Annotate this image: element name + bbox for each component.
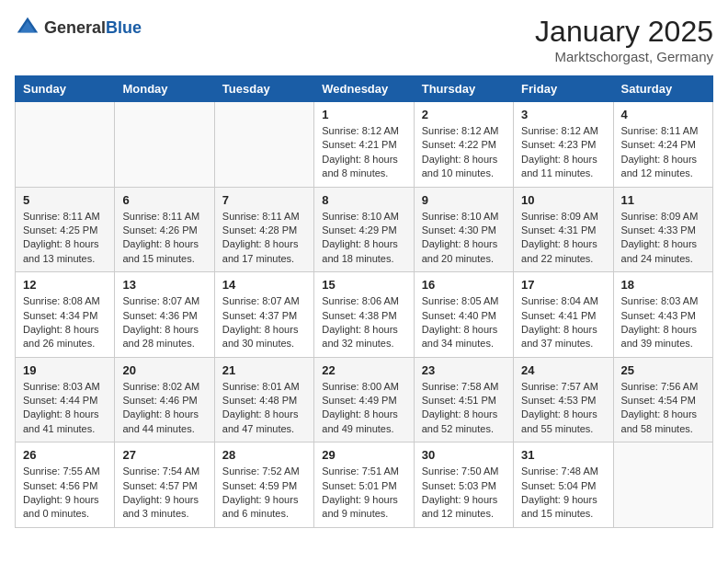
calendar-table: SundayMondayTuesdayWednesdayThursdayFrid… [15, 75, 713, 528]
calendar-day-cell [214, 102, 313, 188]
calendar-day-cell: 25Sunrise: 7:56 AM Sunset: 4:54 PM Dayli… [613, 357, 712, 442]
day-number: 8 [322, 193, 405, 207]
day-number: 1 [322, 108, 405, 121]
day-info: Sunrise: 8:06 AM Sunset: 4:38 PM Dayligh… [322, 294, 405, 351]
day-number: 7 [222, 193, 306, 207]
day-number: 21 [222, 363, 306, 377]
calendar-day-cell: 27Sunrise: 7:54 AM Sunset: 4:57 PM Dayli… [115, 442, 214, 528]
calendar-day-cell: 18Sunrise: 8:03 AM Sunset: 4:43 PM Dayli… [613, 272, 712, 358]
logo: GeneralBlue [15, 15, 142, 40]
day-info: Sunrise: 8:03 AM Sunset: 4:43 PM Dayligh… [621, 294, 705, 351]
day-info: Sunrise: 8:11 AM Sunset: 4:25 PM Dayligh… [23, 210, 107, 267]
calendar-day-cell: 28Sunrise: 7:52 AM Sunset: 4:59 PM Dayli… [214, 442, 313, 528]
day-number: 10 [521, 193, 605, 207]
calendar-day-cell: 17Sunrise: 8:04 AM Sunset: 4:41 PM Dayli… [514, 272, 613, 358]
day-number: 28 [222, 448, 306, 462]
calendar-day-cell: 6Sunrise: 8:11 AM Sunset: 4:26 PM Daylig… [115, 187, 214, 272]
day-info: Sunrise: 8:05 AM Sunset: 4:40 PM Dayligh… [422, 294, 506, 351]
day-info: Sunrise: 8:00 AM Sunset: 4:49 PM Dayligh… [322, 380, 405, 437]
calendar-day-cell: 7Sunrise: 8:11 AM Sunset: 4:28 PM Daylig… [214, 187, 313, 272]
day-number: 2 [422, 108, 506, 121]
calendar-day-cell: 26Sunrise: 7:55 AM Sunset: 4:56 PM Dayli… [16, 442, 115, 528]
day-of-week-header: Thursday [414, 76, 513, 102]
calendar-day-cell: 9Sunrise: 8:10 AM Sunset: 4:30 PM Daylig… [414, 187, 513, 272]
title-block: January 2025 Marktschorgast, Germany [535, 15, 713, 64]
calendar-day-cell: 19Sunrise: 8:03 AM Sunset: 4:44 PM Dayli… [16, 357, 115, 442]
calendar-day-cell: 3Sunrise: 8:12 AM Sunset: 4:23 PM Daylig… [514, 102, 613, 188]
day-info: Sunrise: 8:12 AM Sunset: 4:23 PM Dayligh… [521, 124, 605, 181]
day-info: Sunrise: 7:55 AM Sunset: 4:56 PM Dayligh… [23, 465, 107, 522]
day-info: Sunrise: 8:09 AM Sunset: 4:31 PM Dayligh… [521, 210, 605, 267]
day-number: 17 [521, 278, 605, 292]
day-info: Sunrise: 7:51 AM Sunset: 5:01 PM Dayligh… [322, 465, 405, 522]
calendar-week-row: 12Sunrise: 8:08 AM Sunset: 4:34 PM Dayli… [16, 272, 713, 358]
calendar-day-cell: 30Sunrise: 7:50 AM Sunset: 5:03 PM Dayli… [414, 442, 513, 528]
calendar-day-cell: 23Sunrise: 7:58 AM Sunset: 4:51 PM Dayli… [414, 357, 513, 442]
day-info: Sunrise: 8:11 AM Sunset: 4:26 PM Dayligh… [122, 210, 206, 267]
day-number: 12 [23, 278, 107, 292]
calendar-day-cell: 15Sunrise: 8:06 AM Sunset: 4:38 PM Dayli… [314, 272, 414, 358]
calendar-day-cell: 24Sunrise: 7:57 AM Sunset: 4:53 PM Dayli… [514, 357, 613, 442]
calendar-week-row: 1Sunrise: 8:12 AM Sunset: 4:21 PM Daylig… [16, 102, 713, 188]
day-number: 5 [23, 193, 107, 207]
day-info: Sunrise: 7:54 AM Sunset: 4:57 PM Dayligh… [122, 465, 206, 522]
calendar-day-cell: 31Sunrise: 7:48 AM Sunset: 5:04 PM Dayli… [514, 442, 613, 528]
calendar-day-cell [16, 102, 115, 188]
day-of-week-header: Monday [115, 76, 214, 102]
day-info: Sunrise: 7:56 AM Sunset: 4:54 PM Dayligh… [621, 380, 705, 437]
day-info: Sunrise: 7:50 AM Sunset: 5:03 PM Dayligh… [422, 465, 506, 522]
calendar-day-cell: 12Sunrise: 8:08 AM Sunset: 4:34 PM Dayli… [16, 272, 115, 358]
calendar-header-row: SundayMondayTuesdayWednesdayThursdayFrid… [16, 76, 713, 102]
day-of-week-header: Saturday [613, 76, 712, 102]
day-number: 9 [422, 193, 506, 207]
day-info: Sunrise: 7:58 AM Sunset: 4:51 PM Dayligh… [422, 380, 506, 437]
subtitle: Marktschorgast, Germany [535, 49, 713, 64]
day-info: Sunrise: 8:12 AM Sunset: 4:21 PM Dayligh… [322, 124, 405, 181]
day-of-week-header: Sunday [16, 76, 115, 102]
calendar-day-cell: 29Sunrise: 7:51 AM Sunset: 5:01 PM Dayli… [314, 442, 414, 528]
day-number: 15 [322, 278, 405, 292]
day-number: 20 [122, 363, 206, 377]
calendar-day-cell: 21Sunrise: 8:01 AM Sunset: 4:48 PM Dayli… [214, 357, 313, 442]
day-info: Sunrise: 7:48 AM Sunset: 5:04 PM Dayligh… [521, 465, 605, 522]
calendar-week-row: 26Sunrise: 7:55 AM Sunset: 4:56 PM Dayli… [16, 442, 713, 528]
calendar-day-cell: 14Sunrise: 8:07 AM Sunset: 4:37 PM Dayli… [214, 272, 313, 358]
day-number: 19 [23, 363, 107, 377]
logo-blue-text: Blue [106, 18, 142, 37]
day-of-week-header: Wednesday [314, 76, 414, 102]
day-info: Sunrise: 8:03 AM Sunset: 4:44 PM Dayligh… [23, 380, 107, 437]
day-number: 24 [521, 363, 605, 377]
day-number: 16 [422, 278, 506, 292]
calendar-day-cell: 2Sunrise: 8:12 AM Sunset: 4:22 PM Daylig… [414, 102, 513, 188]
day-info: Sunrise: 8:11 AM Sunset: 4:24 PM Dayligh… [621, 124, 705, 181]
calendar-day-cell: 8Sunrise: 8:10 AM Sunset: 4:29 PM Daylig… [314, 187, 414, 272]
day-number: 3 [521, 108, 605, 121]
day-info: Sunrise: 8:10 AM Sunset: 4:30 PM Dayligh… [422, 210, 506, 267]
calendar-day-cell: 4Sunrise: 8:11 AM Sunset: 4:24 PM Daylig… [613, 102, 712, 188]
day-info: Sunrise: 8:04 AM Sunset: 4:41 PM Dayligh… [521, 294, 605, 351]
day-number: 4 [621, 108, 705, 121]
calendar-day-cell: 13Sunrise: 8:07 AM Sunset: 4:36 PM Dayli… [115, 272, 214, 358]
calendar-day-cell [613, 442, 712, 528]
day-info: Sunrise: 8:11 AM Sunset: 4:28 PM Dayligh… [222, 210, 306, 267]
calendar-day-cell: 16Sunrise: 8:05 AM Sunset: 4:40 PM Dayli… [414, 272, 513, 358]
day-info: Sunrise: 8:07 AM Sunset: 4:36 PM Dayligh… [122, 294, 206, 351]
calendar-day-cell [115, 102, 214, 188]
day-number: 26 [23, 448, 107, 462]
day-info: Sunrise: 7:57 AM Sunset: 4:53 PM Dayligh… [521, 380, 605, 437]
main-title: January 2025 [535, 15, 713, 49]
calendar-day-cell: 1Sunrise: 8:12 AM Sunset: 4:21 PM Daylig… [314, 102, 414, 188]
day-number: 13 [122, 278, 206, 292]
day-info: Sunrise: 7:52 AM Sunset: 4:59 PM Dayligh… [222, 465, 306, 522]
day-info: Sunrise: 8:10 AM Sunset: 4:29 PM Dayligh… [322, 210, 405, 267]
day-number: 18 [621, 278, 705, 292]
logo-general-text: General [44, 18, 106, 37]
day-info: Sunrise: 8:08 AM Sunset: 4:34 PM Dayligh… [23, 294, 107, 351]
calendar-day-cell: 22Sunrise: 8:00 AM Sunset: 4:49 PM Dayli… [314, 357, 414, 442]
day-number: 30 [422, 448, 506, 462]
day-number: 11 [621, 193, 705, 207]
day-info: Sunrise: 8:07 AM Sunset: 4:37 PM Dayligh… [222, 294, 306, 351]
logo-icon [15, 15, 40, 40]
day-number: 31 [521, 448, 605, 462]
day-info: Sunrise: 8:12 AM Sunset: 4:22 PM Dayligh… [422, 124, 506, 181]
